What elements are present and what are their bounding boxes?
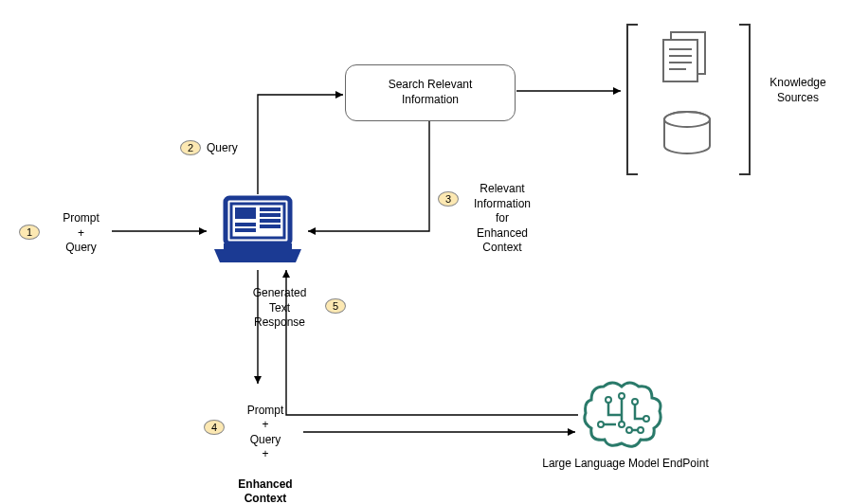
label-enhanced-pre: Prompt + Query +	[247, 404, 284, 461]
svg-rect-8	[260, 213, 281, 217]
step-badge-4: 4	[204, 420, 225, 435]
svg-rect-6	[235, 207, 256, 219]
svg-point-21	[638, 427, 643, 433]
svg-rect-12	[235, 228, 256, 232]
documents-icon	[658, 30, 713, 91]
svg-rect-9	[260, 219, 281, 223]
brain-circuit-icon	[580, 377, 665, 453]
bracket-right	[739, 24, 751, 175]
svg-point-20	[626, 427, 632, 433]
step-badge-5: 5	[325, 298, 346, 314]
svg-point-15	[619, 393, 625, 399]
step-badge-3: 3	[438, 191, 459, 207]
label-query: Query	[207, 141, 254, 156]
svg-rect-23	[663, 40, 697, 81]
database-icon	[661, 110, 713, 150]
label-generated-response: Generated Text Response	[242, 286, 317, 331]
step-badge-2: 2	[180, 140, 201, 155]
svg-point-18	[598, 422, 604, 427]
label-prompt-query: Prompt + Query	[55, 211, 107, 256]
svg-point-14	[606, 397, 611, 403]
label-enhanced-context: Prompt + Query + Enhanced Context	[232, 388, 299, 504]
label-llm-endpoint: Large Language Model EndPoint	[531, 457, 720, 472]
svg-point-17	[643, 416, 649, 422]
svg-rect-13	[224, 243, 292, 251]
search-relevant-info-box: Search Relevant Information	[345, 64, 516, 121]
rag-diagram: 1 Prompt + Query 2 Query Search Relevant…	[0, 0, 851, 504]
svg-point-16	[632, 399, 638, 405]
step-badge-1: 1	[19, 225, 40, 240]
laptop-icon	[210, 194, 305, 265]
svg-point-19	[619, 422, 625, 427]
svg-rect-7	[260, 207, 281, 211]
label-knowledge-sources: Knowledge Sources	[760, 76, 836, 105]
svg-rect-10	[260, 225, 281, 228]
label-enhanced-bold: Enhanced Context	[238, 477, 292, 504]
label-relevant-info: Relevant Information for Enhanced Contex…	[464, 182, 540, 256]
bracket-left	[626, 24, 638, 175]
svg-rect-11	[235, 223, 256, 226]
